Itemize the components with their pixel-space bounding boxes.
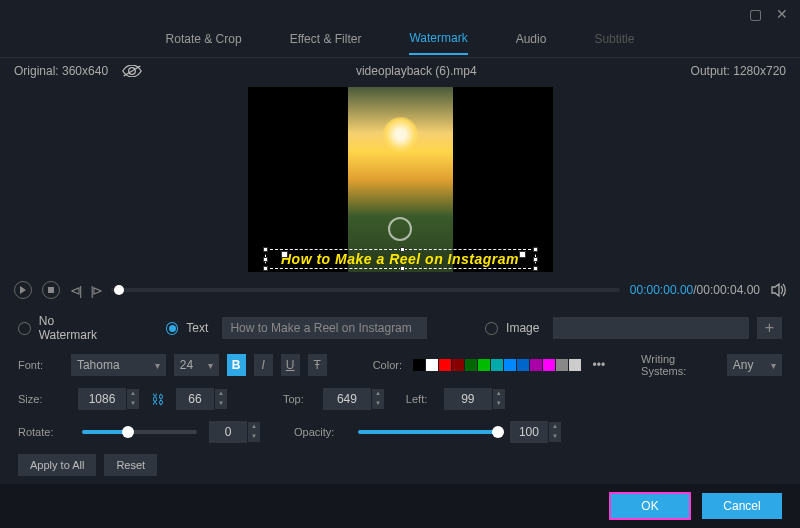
height-input[interactable]: ▲▼	[176, 388, 227, 410]
filename-label: videoplayback (6).mp4	[142, 64, 691, 78]
tab-rotate-crop[interactable]: Rotate & Crop	[166, 32, 242, 54]
video-preview: How to Make a Reel on Instagram	[0, 84, 800, 274]
rotate-slider[interactable]	[82, 430, 197, 434]
output-size-label: Output: 1280x720	[691, 64, 786, 78]
fontsize-select[interactable]: 24	[174, 354, 219, 376]
minimize-button[interactable]: ▢	[749, 6, 762, 22]
add-image-button[interactable]: +	[757, 317, 782, 339]
color-swatch[interactable]	[413, 359, 425, 371]
color-swatch[interactable]	[426, 359, 438, 371]
rotate-label: Rotate:	[18, 426, 70, 438]
preview-toggle-icon[interactable]	[122, 65, 142, 77]
opacity-input[interactable]: ▲▼	[510, 421, 561, 443]
color-swatch[interactable]	[439, 359, 451, 371]
cancel-button[interactable]: Cancel	[702, 493, 782, 519]
time-display: 00:00:00.00/00:00:04.00	[630, 283, 760, 297]
volume-icon[interactable]	[770, 282, 786, 298]
color-swatch[interactable]	[530, 359, 542, 371]
size-label: Size:	[18, 393, 70, 405]
seek-bar[interactable]	[111, 288, 620, 292]
color-swatch[interactable]	[504, 359, 516, 371]
stop-button[interactable]	[42, 281, 60, 299]
strike-button[interactable]: Ŧ	[308, 354, 327, 376]
underline-button[interactable]: U	[281, 354, 300, 376]
color-label: Color:	[373, 359, 406, 371]
top-input[interactable]: ▲▼	[323, 388, 384, 410]
reset-button[interactable]: Reset	[104, 454, 157, 476]
opacity-slider[interactable]	[358, 430, 498, 434]
font-select[interactable]: Tahoma	[71, 354, 166, 376]
prev-frame-button[interactable]: ⊲|	[70, 283, 80, 298]
radio-text[interactable]	[166, 322, 179, 335]
color-swatch[interactable]	[569, 359, 581, 371]
more-colors-button[interactable]: •••	[592, 358, 605, 372]
watermark-image-input[interactable]	[553, 317, 748, 339]
tab-effect-filter[interactable]: Effect & Filter	[290, 32, 362, 54]
next-frame-button[interactable]: |⊳	[90, 283, 100, 298]
writing-systems-select[interactable]: Any	[727, 354, 782, 376]
color-swatch[interactable]	[491, 359, 503, 371]
color-swatch[interactable]	[465, 359, 477, 371]
tab-watermark[interactable]: Watermark	[409, 31, 467, 55]
tab-audio[interactable]: Audio	[516, 32, 547, 54]
rotate-input[interactable]: ▲▼	[209, 421, 260, 443]
no-watermark-label: No Watermark	[39, 314, 114, 342]
left-input[interactable]: ▲▼	[444, 388, 505, 410]
opacity-label: Opacity:	[294, 426, 346, 438]
color-swatch[interactable]	[543, 359, 555, 371]
italic-button[interactable]: I	[254, 354, 273, 376]
original-size-label: Original: 360x640	[14, 64, 108, 78]
text-label: Text	[186, 321, 208, 335]
apply-all-button[interactable]: Apply to All	[18, 454, 96, 476]
bold-button[interactable]: B	[227, 354, 246, 376]
tab-subtitle: Subtitle	[594, 32, 634, 54]
play-button[interactable]	[14, 281, 32, 299]
color-swatch[interactable]	[556, 359, 568, 371]
watermark-text-input[interactable]	[222, 317, 427, 339]
width-input[interactable]: ▲▼	[78, 388, 139, 410]
image-label: Image	[506, 321, 539, 335]
writing-systems-label: Writing Systems:	[641, 353, 719, 377]
link-aspect-icon[interactable]: ⛓	[151, 392, 164, 407]
color-swatch[interactable]	[478, 359, 490, 371]
color-swatches	[413, 359, 581, 371]
video-frame	[348, 87, 453, 272]
color-swatch[interactable]	[517, 359, 529, 371]
radio-image[interactable]	[485, 322, 498, 335]
svg-rect-0	[48, 287, 54, 293]
top-label: Top:	[283, 393, 315, 405]
ok-button[interactable]: OK	[610, 493, 690, 519]
close-button[interactable]: ✕	[776, 6, 788, 22]
radio-no-watermark[interactable]	[18, 322, 31, 335]
left-label: Left:	[406, 393, 436, 405]
color-swatch[interactable]	[452, 359, 464, 371]
font-label: Font:	[18, 359, 63, 371]
